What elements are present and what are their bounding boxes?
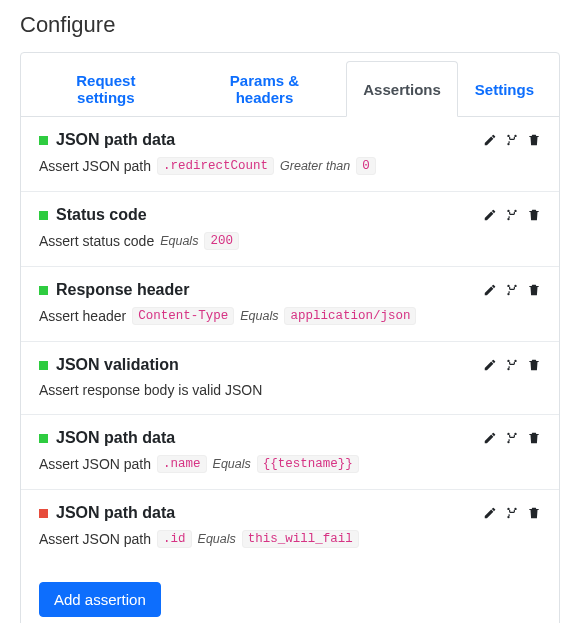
assertion-header: JSON path data xyxy=(39,131,541,149)
assertion-value: 200 xyxy=(204,232,239,250)
status-indicator xyxy=(39,434,48,443)
assertion-desc-prefix: Assert JSON path xyxy=(39,158,151,174)
assertion-path: .id xyxy=(157,530,192,548)
edit-icon[interactable] xyxy=(483,283,497,297)
assertion-actions xyxy=(483,431,541,445)
tab-bar: Request settingsParams & headersAssertio… xyxy=(21,53,559,117)
trash-icon[interactable] xyxy=(527,283,541,297)
assertion-title: Status code xyxy=(56,206,147,224)
assertion-operator: Equals xyxy=(213,457,251,471)
assertion-actions xyxy=(483,506,541,520)
assertion-row: Response headerAssert headerContent-Type… xyxy=(21,267,559,342)
assertion-header: JSON path data xyxy=(39,429,541,447)
assertion-row: JSON path dataAssert JSON path.redirectC… xyxy=(21,117,559,192)
assertion-description: Assert JSON path.redirectCountGreater th… xyxy=(39,157,541,175)
status-indicator xyxy=(39,136,48,145)
tab-settings[interactable]: Settings xyxy=(458,61,551,117)
edit-icon[interactable] xyxy=(483,506,497,520)
assertion-desc-prefix: Assert header xyxy=(39,308,126,324)
assertion-title-wrap: Status code xyxy=(39,206,147,224)
edit-icon[interactable] xyxy=(483,208,497,222)
assertion-row: JSON validationAssert response body is v… xyxy=(21,342,559,415)
fork-icon[interactable] xyxy=(505,283,519,297)
assertion-actions xyxy=(483,133,541,147)
status-indicator xyxy=(39,361,48,370)
assertion-path: .redirectCount xyxy=(157,157,274,175)
assertion-operator: Equals xyxy=(160,234,198,248)
assertion-title: JSON validation xyxy=(56,356,179,374)
assertion-title: JSON path data xyxy=(56,429,175,447)
assertion-description: Assert JSON path.nameEquals{{testname}} xyxy=(39,455,541,473)
card-footer: Add assertion xyxy=(21,564,559,623)
fork-icon[interactable] xyxy=(505,431,519,445)
assertion-title-wrap: JSON path data xyxy=(39,131,175,149)
trash-icon[interactable] xyxy=(527,208,541,222)
assertion-operator: Equals xyxy=(198,532,236,546)
assertion-actions xyxy=(483,208,541,222)
add-assertion-button[interactable]: Add assertion xyxy=(39,582,161,617)
edit-icon[interactable] xyxy=(483,431,497,445)
assertion-title-wrap: JSON validation xyxy=(39,356,179,374)
assertion-title-wrap: Response header xyxy=(39,281,189,299)
assertion-value: 0 xyxy=(356,157,376,175)
tab-params-headers[interactable]: Params & headers xyxy=(183,61,347,117)
fork-icon[interactable] xyxy=(505,208,519,222)
assertion-header: Status code xyxy=(39,206,541,224)
assertion-desc-prefix: Assert JSON path xyxy=(39,531,151,547)
assertion-description: Assert response body is valid JSON xyxy=(39,382,541,398)
assertion-operator: Greater than xyxy=(280,159,350,173)
assertion-path: Content-Type xyxy=(132,307,234,325)
assertion-row: Status codeAssert status codeEquals200 xyxy=(21,192,559,267)
trash-icon[interactable] xyxy=(527,431,541,445)
page-title: Configure xyxy=(20,12,560,38)
assertion-path: .name xyxy=(157,455,207,473)
tab-request-settings[interactable]: Request settings xyxy=(29,61,183,117)
fork-icon[interactable] xyxy=(505,133,519,147)
assertion-title: JSON path data xyxy=(56,131,175,149)
assertion-title: JSON path data xyxy=(56,504,175,522)
edit-icon[interactable] xyxy=(483,358,497,372)
tab-assertions[interactable]: Assertions xyxy=(346,61,458,117)
status-indicator xyxy=(39,286,48,295)
assertion-row: JSON path dataAssert JSON path.idEqualst… xyxy=(21,490,559,564)
assertion-desc-prefix: Assert status code xyxy=(39,233,154,249)
assertion-actions xyxy=(483,283,541,297)
assertion-description: Assert headerContent-TypeEqualsapplicati… xyxy=(39,307,541,325)
configure-card: Request settingsParams & headersAssertio… xyxy=(20,52,560,623)
assertion-row: JSON path dataAssert JSON path.nameEqual… xyxy=(21,415,559,490)
assertion-title-wrap: JSON path data xyxy=(39,504,175,522)
assertion-title-wrap: JSON path data xyxy=(39,429,175,447)
trash-icon[interactable] xyxy=(527,506,541,520)
fork-icon[interactable] xyxy=(505,506,519,520)
assertion-header: JSON path data xyxy=(39,504,541,522)
assertion-desc-prefix: Assert response body is valid JSON xyxy=(39,382,262,398)
assertion-desc-prefix: Assert JSON path xyxy=(39,456,151,472)
edit-icon[interactable] xyxy=(483,133,497,147)
status-indicator xyxy=(39,509,48,518)
assertions-list: JSON path dataAssert JSON path.redirectC… xyxy=(21,117,559,564)
assertion-description: Assert JSON path.idEqualsthis_will_fail xyxy=(39,530,541,548)
assertion-operator: Equals xyxy=(240,309,278,323)
trash-icon[interactable] xyxy=(527,133,541,147)
assertion-header: JSON validation xyxy=(39,356,541,374)
assertion-value: application/json xyxy=(284,307,416,325)
assertion-value: this_will_fail xyxy=(242,530,359,548)
assertion-value: {{testname}} xyxy=(257,455,359,473)
trash-icon[interactable] xyxy=(527,358,541,372)
assertion-actions xyxy=(483,358,541,372)
assertion-description: Assert status codeEquals200 xyxy=(39,232,541,250)
assertion-title: Response header xyxy=(56,281,189,299)
fork-icon[interactable] xyxy=(505,358,519,372)
status-indicator xyxy=(39,211,48,220)
assertion-header: Response header xyxy=(39,281,541,299)
